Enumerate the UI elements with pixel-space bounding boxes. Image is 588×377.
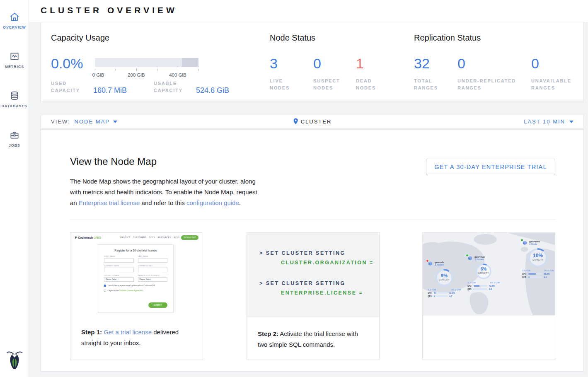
mini-form-title: Register for a 30-day trial license <box>104 249 167 252</box>
mini-download-button: DOWNLOAD <box>181 235 198 240</box>
view-selector-value: NODE MAP <box>75 118 110 125</box>
sidebar-item-label: OVERVIEW <box>0 25 29 29</box>
locality-breadcrumb[interactable]: CLUSTER <box>293 118 332 125</box>
chevron-down-icon <box>569 121 573 123</box>
step-1-caption: Step 1: Get a trial license delivered st… <box>70 316 203 348</box>
sidebar-item-databases[interactable]: DATABASES <box>0 85 29 112</box>
home-icon <box>9 12 20 22</box>
configuration-guide-link[interactable]: configuration guide <box>186 199 239 206</box>
mini-checkbox-checked <box>104 285 106 287</box>
capacity-gauge-used-segment <box>182 58 198 67</box>
used-capacity-stat: USED CAPACITY 160.7 MiB <box>51 80 127 94</box>
unavailable-ranges-label: UNAVAILABLE RANGES <box>531 77 577 92</box>
node-status-title: Node Status <box>270 33 315 43</box>
step-3-card: geo=sfo2 Nodes 9% CAPACITY 3.2 GiB35.1 G… <box>422 232 555 360</box>
capacity-gauge-ticks <box>95 69 198 71</box>
used-capacity-value: 160.7 MiB <box>93 86 127 95</box>
sidebar-item-label: JOBS <box>0 143 29 147</box>
cluster-summary-panel: Capacity Usage 0.0% 0 GiB 200 GiB 400 Gi… <box>41 22 584 102</box>
sidebar: OVERVIEW METRICS DATABASES JOBS <box>0 0 29 377</box>
gauge-tick-label: 200 GiB <box>128 72 145 77</box>
time-range-value: LAST 10 MIN <box>524 118 565 125</box>
view-label: VIEW: <box>51 118 70 125</box>
briefcase-icon <box>9 130 20 140</box>
enterprise-trial-license-link[interactable]: Enterprise trial license <box>79 199 140 206</box>
view-bar: VIEW: NODE MAP CLUSTER LAST 10 MIN <box>41 115 584 128</box>
mini-submit-button: SUBMIT <box>148 302 167 308</box>
sidebar-item-metrics[interactable]: METRICS <box>0 45 29 73</box>
sql-prompt: > SET CLUSTER SETTING <box>259 280 379 286</box>
mini-checkbox-unchecked <box>104 290 106 292</box>
node-map-preview: geo=sfo2 Nodes 9% CAPACITY 3.2 GiB35.1 G… <box>423 233 555 316</box>
mini-site-nav: PRODUCTCUSTOMERSDOCSRESOURCESBLOG <box>120 237 179 239</box>
time-range-dropdown[interactable]: LAST 10 MIN <box>524 118 573 125</box>
locality-badge-sfo: geo=sfo2 Nodes 9% CAPACITY 3.2 GiB35.1 G… <box>428 261 461 297</box>
section-divider <box>70 220 555 220</box>
chevron-down-icon <box>113 121 117 123</box>
database-icon <box>9 90 20 101</box>
cockroach-bug-icon <box>6 350 23 370</box>
page-title: CLUSTER OVERVIEW <box>41 5 177 15</box>
sidebar-item-overview[interactable]: OVERVIEW <box>0 6 29 34</box>
status-dot-green <box>520 239 523 242</box>
sql-prompt: > SET CLUSTER SETTING <box>259 250 379 256</box>
capacity-gauge: 0 GiB 200 GiB 400 GiB <box>95 58 198 78</box>
step-2-card: > SET CLUSTER SETTING CLUSTER.ORGANIZATI… <box>247 232 380 360</box>
page-header: CLUSTER OVERVIEW <box>29 0 588 22</box>
dead-nodes-stat: 1 DEAD NODES <box>356 56 385 92</box>
used-capacity-label: USED CAPACITY <box>51 80 87 94</box>
status-dot-red <box>426 259 429 262</box>
node-map-description: The Node Map shows the geographical layo… <box>70 176 266 208</box>
capacity-used-percent: 0.0% <box>51 56 83 72</box>
capacity-usage-section: Capacity Usage 0.0% 0 GiB 200 GiB 400 Gi… <box>51 22 262 102</box>
capacity-gauge-bar <box>95 58 198 67</box>
under-replicated-ranges-label: UNDER-REPLICATED RANGES <box>457 77 524 92</box>
live-nodes-stat: 3 LIVE NODES <box>270 56 299 92</box>
gauge-tick-label: 400 GiB <box>169 72 186 77</box>
sidebar-item-jobs[interactable]: JOBS <box>0 124 29 152</box>
dead-nodes-value: 1 <box>356 56 364 71</box>
node-map-heading: View the Node Map <box>70 156 157 167</box>
status-dot-green <box>466 254 469 257</box>
map-pin-icon <box>293 118 298 125</box>
usable-capacity-label: USABLE CAPACITY <box>154 80 189 94</box>
locality-badge-ams: geo=ams1 Node 10% CAPACITY 3.6 GiB36.6 G… <box>522 240 554 278</box>
unavailable-ranges-stat: 0 UNAVAILABLE RANGES <box>531 56 577 92</box>
sidebar-item-label: METRICS <box>0 65 29 69</box>
sql-commands-preview: > SET CLUSTER SETTING CLUSTER.ORGANIZATI… <box>247 233 379 317</box>
suspect-nodes-label: SUSPECT NODES <box>313 77 346 92</box>
enterprise-trial-button[interactable]: GET A 30-DAY ENTERPRISE TRIAL <box>426 159 555 175</box>
node-status-section: Node Status 3 LIVE NODES 0 SUSPECT NODES… <box>270 22 411 102</box>
description-text: . <box>239 199 241 206</box>
metrics-icon <box>9 51 20 62</box>
unavailable-ranges-value: 0 <box>531 56 539 71</box>
suspect-nodes-stat: 0 SUSPECT NODES <box>313 56 346 92</box>
node-map-promo-panel: View the Node Map GET A 30-DAY ENTERPRIS… <box>41 129 584 372</box>
dead-nodes-label: DEAD NODES <box>356 77 385 92</box>
mini-trial-form: Register for a 30-day trial license FIRS… <box>98 244 174 312</box>
get-trial-license-link[interactable]: Get a trial license <box>104 329 152 336</box>
registration-screenshot: Cockroach LABS PRODUCTCUSTOMERSDOCSRESOU… <box>70 233 203 316</box>
sidebar-item-label: DATABASES <box>0 104 29 108</box>
under-replicated-ranges-value: 0 <box>457 56 465 71</box>
sql-argument: ENTERPRISE.LICENSE = <box>281 290 379 296</box>
replication-status-section: Replication Status 32 TOTAL RANGES 0 UND… <box>414 22 580 102</box>
live-nodes-label: LIVE NODES <box>270 77 299 92</box>
description-text: and refer to this <box>140 199 186 206</box>
gauge-tick-label: 0 GiB <box>92 72 104 77</box>
locality-badge-nyc: geo=nyc2 Nodes 6% CAPACITY 3.7 GiB63.7 G… <box>467 256 500 290</box>
replication-status-title: Replication Status <box>414 33 481 43</box>
total-ranges-value: 32 <box>414 56 430 71</box>
step-1-card: Cockroach LABS PRODUCTCUSTOMERSDOCSRESOU… <box>70 232 203 360</box>
page-background-strip <box>29 372 588 377</box>
view-selector-dropdown[interactable]: NODE MAP <box>75 118 117 125</box>
total-ranges-stat: 32 TOTAL RANGES <box>414 56 443 92</box>
suspect-nodes-value: 0 <box>313 56 321 71</box>
sql-argument: CLUSTER.ORGANIZATION = <box>281 260 379 266</box>
cockroach-labs-logo <box>0 350 29 372</box>
live-nodes-value: 3 <box>270 56 278 71</box>
locality-label: CLUSTER <box>301 118 332 125</box>
under-replicated-ranges-stat: 0 UNDER-REPLICATED RANGES <box>457 56 524 92</box>
total-ranges-label: TOTAL RANGES <box>414 77 443 92</box>
usable-capacity-value: 524.6 GiB <box>196 86 229 95</box>
